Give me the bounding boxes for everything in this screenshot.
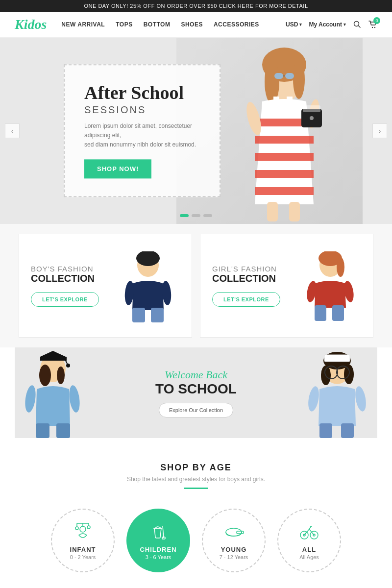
- account-label: My Account: [309, 21, 342, 28]
- cart-badge: 0: [373, 17, 380, 24]
- boys-figure: [116, 249, 180, 322]
- svg-rect-15: [255, 187, 314, 195]
- boys-collection-card: Boy's Fashion Collection Let's Explore: [19, 234, 192, 338]
- chevron-down-icon: ▾: [299, 22, 302, 27]
- hero-description: Lorem ipsum dolor sit amet, consectetuer…: [84, 122, 200, 150]
- boys-collection-text: Boy's Fashion Collection Let's Explore: [31, 265, 116, 307]
- svg-point-47: [24, 385, 37, 413]
- school-title-top: Welcome Back: [155, 368, 237, 381]
- carousel-next-button[interactable]: ›: [372, 123, 387, 138]
- explore-collection-button[interactable]: Explore Our Collection: [159, 403, 233, 417]
- svg-line-69: [163, 526, 164, 538]
- svg-point-2: [372, 27, 373, 28]
- nav-item-tops[interactable]: Tops: [116, 21, 132, 28]
- svg-point-43: [39, 365, 51, 386]
- children-label: Children: [140, 546, 176, 553]
- nav-item-new-arrival[interactable]: New Arrival: [61, 21, 105, 28]
- svg-rect-59: [319, 423, 332, 438]
- svg-rect-21: [289, 202, 300, 221]
- hero-title-sub: Sessions: [84, 104, 200, 116]
- svg-rect-16: [273, 97, 279, 106]
- hero-banner: ‹: [0, 38, 392, 224]
- svg-rect-8: [274, 73, 283, 79]
- currency-selector[interactable]: USD ▾: [286, 21, 302, 28]
- young-range: 7 - 12 Years: [220, 554, 248, 560]
- nav-item-shoes[interactable]: Shoes: [181, 21, 203, 28]
- all-label: All: [302, 546, 316, 553]
- girls-collection-card: Girl's Fashion Collection Let's Explore: [200, 234, 373, 338]
- svg-rect-17: [287, 97, 293, 106]
- search-icon[interactable]: [353, 20, 362, 29]
- svg-point-57: [307, 386, 321, 413]
- svg-rect-9: [285, 73, 294, 79]
- children-range: 3 - 6 Years: [146, 554, 172, 560]
- svg-point-7: [293, 60, 305, 99]
- carousel-dots: [180, 214, 212, 217]
- young-label: Young: [221, 546, 247, 553]
- svg-point-48: [68, 385, 81, 413]
- svg-rect-13: [255, 153, 314, 161]
- girls-figure: [297, 249, 361, 322]
- svg-rect-28: [151, 308, 164, 322]
- boys-explore-button[interactable]: Let's Explore: [31, 292, 99, 307]
- svg-rect-53: [324, 355, 350, 362]
- svg-point-58: [354, 386, 368, 413]
- section-divider: [184, 488, 208, 489]
- logo[interactable]: Kidos: [15, 17, 47, 32]
- announcement-text: ONE DAY ONLY! 25% OFF ON ORDER OVER $50 …: [84, 3, 308, 9]
- svg-rect-34: [315, 305, 326, 321]
- account-selector[interactable]: My Account ▾: [309, 21, 346, 28]
- svg-rect-23: [303, 105, 320, 112]
- nav-item-accessories[interactable]: Accessories: [214, 21, 259, 28]
- collections-section: Boy's Fashion Collection Let's Explore: [0, 224, 392, 347]
- nav-item-bottom[interactable]: Bottom: [144, 21, 171, 28]
- shop-by-age-section: Shop By Age Shop the latest and greatest…: [0, 448, 392, 494]
- school-banner: Welcome Back To School Explore Our Colle…: [15, 347, 377, 438]
- svg-rect-72: [237, 531, 244, 534]
- age-categories: Infant 0 - 2 Years Children 3 - 6 Years …: [0, 494, 392, 582]
- cap-icon: [223, 521, 245, 543]
- boys-collection-label: Boy's Fashion: [31, 265, 116, 273]
- header-right: USD ▾ My Account ▾ 0: [286, 20, 377, 29]
- carousel-dot-3[interactable]: [203, 214, 212, 217]
- carousel-prev-button[interactable]: ‹: [5, 123, 20, 138]
- girls-collection-text: Girl's Fashion Collection Let's Explore: [212, 265, 297, 307]
- bicycle-icon: [298, 521, 320, 543]
- hero-title-main: After School: [84, 83, 200, 103]
- boys-collection-name: Collection: [31, 273, 116, 284]
- header: Kidos New Arrival Tops Bottom Shoes Acce…: [0, 12, 392, 38]
- girls-explore-button[interactable]: Let's Explore: [212, 292, 280, 307]
- svg-marker-40: [40, 351, 66, 357]
- svg-point-0: [354, 22, 359, 26]
- svg-point-33: [337, 257, 344, 277]
- svg-rect-20: [267, 202, 278, 221]
- shop-by-age-title: Shop By Age: [0, 463, 392, 473]
- main-nav: New Arrival Tops Bottom Shoes Accessorie…: [61, 21, 286, 28]
- chevron-down-icon: ▾: [343, 22, 346, 27]
- shop-by-age-subtitle: Shop the latest and greatest styles for …: [0, 476, 392, 483]
- hero-content: After School Sessions Lorem ipsum dolor …: [64, 64, 220, 197]
- carousel-dot-2[interactable]: [192, 214, 200, 217]
- featured-products-section: Featured Products Shop the latest and gr…: [0, 582, 392, 588]
- age-young[interactable]: Young 7 - 12 Years: [202, 509, 266, 572]
- svg-point-61: [80, 526, 86, 532]
- svg-point-3: [374, 27, 375, 28]
- announcement-bar[interactable]: ONE DAY ONLY! 25% OFF ON ORDER OVER $50 …: [0, 0, 392, 12]
- age-infant[interactable]: Infant 0 - 2 Years: [51, 509, 115, 572]
- infant-range: 0 - 2 Years: [70, 554, 96, 560]
- svg-line-1: [359, 26, 361, 28]
- svg-rect-27: [132, 308, 145, 322]
- shop-now-button[interactable]: Shop Now!: [84, 160, 151, 179]
- girls-collection-name: Collection: [212, 273, 297, 284]
- svg-point-42: [66, 364, 70, 368]
- all-range: All Ages: [299, 554, 319, 560]
- svg-point-44: [57, 367, 65, 384]
- carousel-dot-1[interactable]: [180, 214, 189, 217]
- infant-label: Infant: [70, 546, 96, 553]
- age-all[interactable]: All All Ages: [277, 509, 341, 572]
- svg-point-24: [310, 116, 314, 120]
- cart-icon[interactable]: 0: [368, 20, 377, 29]
- svg-rect-14: [255, 170, 314, 178]
- currency-label: USD: [286, 21, 298, 28]
- age-children[interactable]: Children 3 - 6 Years: [126, 509, 190, 572]
